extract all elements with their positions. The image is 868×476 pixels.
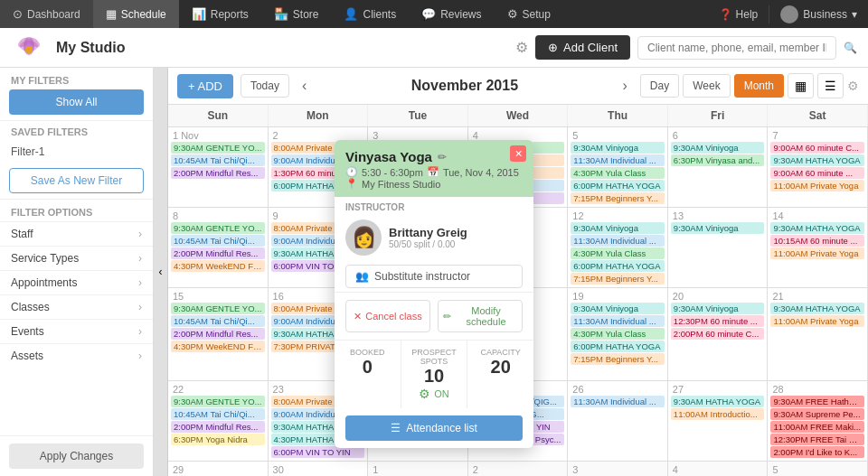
calendar-cell[interactable]: 1 Nov9:30AM GENTLE YO...10:45AM Tai Chi/… — [168, 127, 269, 207]
nav-reviews[interactable]: 💬 Reviews — [409, 0, 494, 28]
calendar-event[interactable]: 6:30PM Yoga Nidra — [171, 434, 265, 445]
day-view-button[interactable]: Day — [640, 74, 679, 98]
calendar-event[interactable]: 9:30AM GENTLE YO... — [171, 396, 265, 407]
calendar-cell[interactable]: 29 — [168, 462, 269, 476]
calendar-cell[interactable]: 229:30AM GENTLE YO...10:45AM Tai Chi/Qi.… — [168, 381, 269, 461]
calendar-cell[interactable]: 3 — [568, 462, 668, 476]
calendar-event[interactable]: 4:30PM Yula Class — [571, 247, 665, 259]
modify-schedule-button[interactable]: ✏ Modify schedule — [438, 300, 523, 332]
popup-edit-icon[interactable]: ✏ — [438, 151, 447, 163]
calendar-cell[interactable]: 30 — [269, 462, 369, 476]
list-view-icon[interactable]: ☰ — [817, 73, 844, 98]
calendar-event[interactable]: 9:30AM GENTLE YO... — [171, 303, 265, 314]
calendar-event[interactable]: 11:30AM Individual ... — [571, 396, 665, 407]
calendar-settings-icon[interactable]: ⚙ — [847, 79, 859, 93]
filter-events[interactable]: Events › — [0, 319, 153, 343]
calendar-cell[interactable]: 1 — [368, 462, 468, 476]
nav-schedule[interactable]: ▦ Schedule — [93, 0, 179, 28]
calendar-event[interactable]: 7:15PM Beginners Y... — [571, 273, 665, 285]
calendar-cell[interactable]: 2611:30AM Individual ... — [568, 381, 668, 461]
calendar-event[interactable]: 4:30PM WeekEND Fl... — [171, 341, 265, 352]
save-as-new-filter-button[interactable]: Save As New Filter — [9, 168, 144, 193]
calendar-event[interactable]: 2:00PM 60 minute C... — [671, 328, 765, 340]
calendar-event[interactable]: 11:00AM Private Yoga — [770, 247, 864, 259]
calendar-event[interactable]: 2:00PM Mindful Res... — [171, 247, 265, 259]
calendar-cell[interactable]: 89:30AM GENTLE YO...10:45AM Tai Chi/Qi..… — [168, 208, 269, 287]
calendar-cell[interactable]: 129:30AM Viniyoga11:30AM Individual ...4… — [568, 208, 668, 287]
calendar-event[interactable]: 11:30AM Individual ... — [571, 154, 665, 166]
month-view-button[interactable]: Month — [734, 74, 784, 98]
calendar-event[interactable]: 2:00PM I'd Like to K... — [770, 446, 864, 458]
calendar-event[interactable]: 10:45AM Tai Chi/Qi... — [171, 408, 265, 420]
nav-business[interactable]: Business ▾ — [769, 5, 868, 23]
calendar-event[interactable]: 11:30AM Individual ... — [571, 315, 665, 327]
calendar-event[interactable]: 10:45AM Tai Chi/Qi... — [171, 315, 265, 327]
calendar-cell[interactable]: 209:30AM Viniyoga12:30PM 60 minute ...2:… — [668, 288, 769, 380]
calendar-cell[interactable]: 199:30AM Viniyoga11:30AM Individual ...4… — [568, 288, 668, 380]
filter-staff[interactable]: Staff › — [0, 221, 153, 246]
calendar-event[interactable]: 9:30AM Viniyoga — [571, 303, 665, 314]
calendar-event[interactable]: 11:00AM Private Yoga — [770, 315, 864, 327]
substitute-instructor-button[interactable]: 👥 Substitute instructor — [345, 265, 523, 288]
popup-close-button[interactable]: ✕ — [510, 145, 526, 162]
nav-clients[interactable]: 👤 Clients — [331, 0, 409, 28]
calendar-event[interactable]: 11:00AM FREE Maki... — [770, 421, 864, 433]
calendar-cell[interactable]: 4 — [668, 462, 769, 476]
calendar-cell[interactable]: 219:30AM HATHA YOGA11:00AM Private Yoga — [768, 288, 868, 380]
calendar-event[interactable]: 9:30AM GENTLE YO... — [171, 142, 265, 154]
calendar-cell[interactable]: 139:30AM Viniyoga — [668, 208, 769, 287]
calendar-event[interactable]: 7:15PM Beginners Y... — [571, 192, 665, 204]
attendance-list-button[interactable]: ☰ Attendance list — [345, 415, 523, 441]
calendar-event[interactable]: 4:30PM Yula Class — [571, 328, 665, 340]
nav-dashboard[interactable]: ⊙ Dashboard — [0, 0, 93, 28]
nav-reports[interactable]: 📊 Reports — [179, 0, 261, 28]
calendar-event[interactable]: 9:30AM Viniyoga — [571, 222, 665, 234]
calendar-event[interactable]: 9:30AM HATHA YOGA — [770, 222, 864, 234]
calendar-cell[interactable]: 2 — [468, 462, 569, 476]
calendar-cell[interactable]: 5 — [768, 462, 868, 476]
week-view-button[interactable]: Week — [683, 74, 730, 98]
calendar-event[interactable]: 9:30AM Viniyoga — [671, 303, 765, 314]
calendar-event[interactable]: 4:30PM Yula Class — [571, 167, 665, 179]
calendar-event[interactable]: 12:30PM 60 minute ... — [671, 315, 765, 327]
calendar-event[interactable]: 9:30AM Viniyoga — [571, 142, 665, 154]
settings-icon[interactable]: ⚙ — [515, 39, 528, 56]
calendar-event[interactable]: 11:00AM Introductio... — [671, 408, 765, 420]
calendar-event[interactable]: 2:00PM Mindful Res... — [171, 328, 265, 340]
calendar-event[interactable]: 4:30PM WeekEND Fl... — [171, 260, 265, 272]
nav-setup[interactable]: ⚙ Setup — [495, 0, 563, 28]
calendar-event[interactable]: 9:00AM 60 minute ... — [770, 167, 864, 179]
calendar-event[interactable]: 9:30AM FREE Hatha ... — [770, 396, 864, 407]
add-client-button[interactable]: ⊕ Add Client — [535, 35, 630, 60]
calendar-event[interactable]: 9:30AM HATHA YOGA — [770, 303, 864, 314]
calendar-event[interactable]: 9:30AM Viniyoga — [671, 142, 765, 154]
calendar-event[interactable]: 6:00PM HATHA YOGA — [571, 341, 665, 352]
today-button[interactable]: Today — [241, 74, 289, 98]
calendar-cell[interactable]: 69:30AM Viniyoga6:30PM Vinyasa and... — [668, 127, 769, 207]
prev-month-button[interactable]: ‹ — [297, 76, 312, 96]
calendar-event[interactable]: 12:30PM FREE Tai C... — [770, 434, 864, 445]
calendar-event[interactable]: 11:00AM Private Yoga — [770, 180, 864, 191]
calendar-event[interactable]: 6:00PM HATHA YOGA — [571, 180, 665, 191]
calendar-cell[interactable]: 279:30AM HATHA YOGA11:00AM Introductio..… — [668, 381, 769, 461]
calendar-event[interactable]: 9:30AM Viniyoga — [671, 222, 765, 234]
calendar-event[interactable]: 10:45AM Tai Chi/Qi... — [171, 235, 265, 247]
filter-service-types[interactable]: Service Types › — [0, 246, 153, 270]
next-month-button[interactable]: › — [618, 76, 633, 96]
nav-help[interactable]: ❓ Help — [708, 8, 769, 21]
cancel-class-button[interactable]: ✕ Cancel class — [345, 300, 430, 332]
filter-1-item[interactable]: Filter-1 — [0, 141, 153, 163]
calendar-event[interactable]: 10:15AM 60 minute ... — [770, 235, 864, 247]
filter-appointments[interactable]: Appointments › — [0, 270, 153, 294]
calendar-cell[interactable]: 289:30AM FREE Hatha ...9:30AM Supreme Pe… — [768, 381, 868, 461]
apply-changes-button[interactable]: Apply Changes — [9, 443, 144, 469]
search-input[interactable] — [637, 36, 836, 60]
calendar-cell[interactable]: 159:30AM GENTLE YO...10:45AM Tai Chi/Qi.… — [168, 288, 269, 380]
nav-store[interactable]: 🏪 Store — [261, 0, 332, 28]
grid-view-icon[interactable]: ▦ — [788, 73, 814, 98]
calendar-event[interactable]: 9:30AM HATHA YOGA — [770, 154, 864, 166]
calendar-event[interactable]: 6:00PM HATHA YOGA — [571, 260, 665, 272]
filter-classes[interactable]: Classes › — [0, 294, 153, 319]
calendar-cell[interactable]: 149:30AM HATHA YOGA10:15AM 60 minute ...… — [768, 208, 868, 287]
show-all-button[interactable]: Show All — [9, 89, 144, 115]
